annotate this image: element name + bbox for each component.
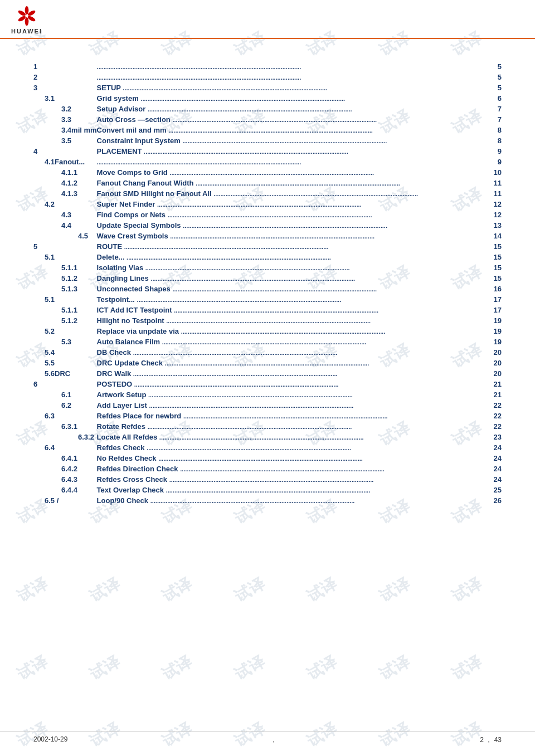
toc-row: 6.1Artwork Setup .......................… [33, 389, 502, 400]
toc-title: Constraint Input System ................… [97, 135, 479, 146]
toc-page: 15 [479, 252, 502, 262]
toc-title-text: Grid system [97, 94, 139, 103]
toc-number: 6.4.1 [33, 453, 97, 464]
toc-row: 5.1.2Hilight no Testpoint ..............… [33, 315, 502, 326]
toc-page: 26 [479, 495, 502, 506]
toc-number: 5.1.3 [33, 284, 97, 294]
toc-title-text: ROUTE [97, 242, 123, 251]
toc-number: 5.5 [33, 358, 97, 368]
toc-title-text: DB Check [97, 348, 131, 357]
toc-row: 6.4.3Refdes Cross Check ................… [33, 474, 502, 485]
toc-dots: ........................................… [169, 169, 374, 176]
toc-title-text: SETUP [97, 84, 121, 92]
toc-number: 4.1.1 [33, 167, 97, 178]
toc-number: 6.5 / [33, 495, 97, 506]
toc-title-text: No Refdes Check [97, 454, 157, 462]
toc-row: 6.3.1Rotate Refdes .....................… [33, 421, 502, 432]
toc-row: 5.5DRC Update Check ....................… [33, 358, 502, 368]
toc-row: 5.1.1ICT Add ICT Testpoint .............… [33, 305, 502, 315]
toc-page: 15 [479, 262, 502, 273]
toc-number: 5.6DRC [33, 368, 97, 379]
toc-page: 5 [479, 61, 502, 72]
toc-page: 19 [479, 326, 502, 336]
toc-title-text: Refdes Place for newbrd [97, 412, 182, 420]
toc-dots: ........................................… [174, 307, 378, 314]
toc-title-text: DRC Update Check [97, 359, 163, 367]
toc-number: 3.3 [33, 114, 97, 125]
toc-page: 22 [479, 411, 502, 421]
toc-dots: ........................................… [144, 148, 348, 155]
toc-number: 5.1.2 [33, 273, 97, 284]
toc-dots: ........................................… [137, 296, 342, 303]
toc-dots: ........................................… [97, 159, 301, 165]
toc-title: Convert mil and mm .....................… [97, 125, 479, 135]
toc-title: Artwork Setup ..........................… [97, 389, 479, 400]
toc-row: 4.3Find Comps or Nets ..................… [33, 209, 502, 220]
toc-title-text: Hilight no Testpoint [97, 316, 164, 325]
toc-title: Wave Crest Symbols .....................… [97, 231, 479, 241]
toc-number: 5.4 [33, 347, 97, 358]
toc-page: 12 [479, 199, 502, 209]
toc-title: ICT Add ICT Testpoint ..................… [97, 305, 479, 315]
toc-page: 21 [479, 379, 502, 389]
toc-title: PLACEMENT ..............................… [97, 146, 479, 157]
toc-table: 1 ......................................… [33, 61, 502, 506]
toc-number: 1 [33, 61, 97, 72]
toc-page: 10 [479, 167, 502, 178]
toc-row: 5.2Replace via unpdate via .............… [33, 326, 502, 336]
toc-dots: ........................................… [162, 339, 367, 345]
toc-page: 8 [479, 135, 502, 146]
toc-page: 9 [479, 146, 502, 157]
toc-title: Setup Advisor ..........................… [97, 104, 479, 114]
toc-dots: ........................................… [213, 191, 418, 197]
toc-row: 6.5 /Loop/90 Check .....................… [33, 495, 502, 506]
toc-title: Loop/90 Check ..........................… [97, 495, 479, 506]
toc-number: 6.4.3 [33, 474, 97, 485]
toc-dots: ........................................… [168, 212, 372, 218]
toc-dots: ........................................… [148, 392, 353, 398]
toc-dots: ........................................… [183, 413, 388, 420]
toc-title-text: Update Special Symbols [97, 221, 181, 230]
toc-dots: ........................................… [147, 445, 351, 451]
toc-title: Replace via unpdate via ................… [97, 326, 479, 336]
toc-page: 15 [479, 241, 502, 252]
toc-dots: ........................................… [172, 116, 377, 123]
toc-number: 2 [33, 72, 97, 82]
toc-page: 20 [479, 368, 502, 379]
header: HUAWEI [0, 0, 535, 39]
svg-point-0 [25, 6, 29, 14]
toc-number: 3.1 [33, 93, 97, 104]
toc-title: Delete... ..............................… [97, 252, 479, 262]
toc-number: 6.3.2 [33, 432, 97, 442]
toc-dots: ........................................… [150, 275, 355, 282]
toc-dots: ........................................… [133, 349, 338, 356]
toc-row: 2 ......................................… [33, 72, 502, 82]
toc-number: 3 [33, 82, 97, 93]
toc-page: 15 [479, 273, 502, 284]
toc-title: Unconnected Shapes .....................… [97, 284, 479, 294]
toc-page: 13 [479, 220, 502, 231]
toc-page: 7 [479, 114, 502, 125]
main-content: 1 ......................................… [0, 39, 535, 528]
toc-title: Add Layer List .........................… [97, 400, 479, 411]
toc-row: 5ROUTE .................................… [33, 241, 502, 252]
toc-page: 6 [479, 93, 502, 104]
toc-title-text: PLACEMENT [97, 147, 142, 155]
toc-number: 5.2 [33, 326, 97, 336]
toc-title: Grid system ............................… [97, 93, 479, 104]
toc-dots: ........................................… [123, 85, 327, 91]
toc-page: 20 [479, 358, 502, 368]
toc-page: 12 [479, 209, 502, 220]
toc-title: Isolating Vias .........................… [97, 262, 479, 273]
toc-title: Dangling Lines .........................… [97, 273, 479, 284]
toc-dots: ........................................… [181, 328, 386, 335]
toc-number: 6.3.1 [33, 421, 97, 432]
toc-row: 4.5Wave Crest Symbols ..................… [33, 231, 502, 241]
toc-title-text: Unconnected Shapes [97, 285, 171, 293]
toc-title-text: Wave Crest Symbols [97, 232, 168, 240]
toc-title: Move Comps to Grid .....................… [97, 167, 479, 178]
toc-dots: ........................................… [196, 180, 400, 187]
toc-title: DB Check ...............................… [97, 347, 479, 358]
toc-row: 4.1.3Fanout SMD Hilight no Fanout All ..… [33, 188, 502, 199]
footer-page: 2 ， 43 [480, 735, 502, 745]
